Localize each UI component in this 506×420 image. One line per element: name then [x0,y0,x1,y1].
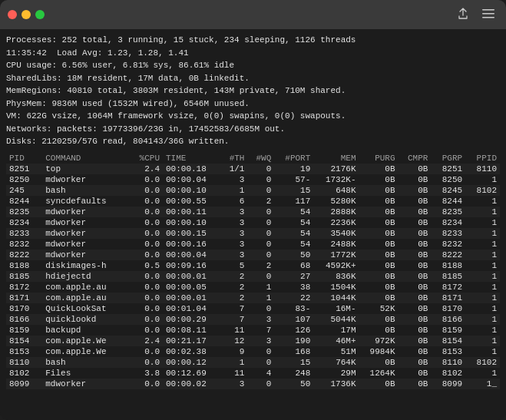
cell-port: 126 [274,325,313,336]
table-row[interactable]: 8171com.apple.au0.000:00.0121221044K0B0B… [6,293,500,303]
cell-cpu: 0.0 [128,346,163,357]
table-row[interactable]: 8251top2.400:00.181/10192176K0B0B8251811… [6,164,500,174]
cell-ppid: 1 [465,174,500,185]
header-row: PID COMMAND %CPU TIME #TH #WQ #PORT MEM … [6,153,500,164]
cell-time: 00:00.18 [163,164,221,174]
col-header-pid: PID [6,153,42,164]
cell-pid: 8185 [6,271,42,282]
cell-purg: 0B [359,217,399,228]
cell-command: com.apple.au [42,282,128,293]
cell-cmpr: 0B [399,293,432,303]
cell-pgrp: 8232 [431,239,465,250]
table-row[interactable]: 8188diskimages-h0.500:09.1652684592K+0B0… [6,260,500,271]
cell-ppid: 1 [465,303,500,314]
cell-command: quicklookd [42,314,128,325]
table-row[interactable]: 8110bash0.000:00.121015764K0B0B81108102 [6,357,500,368]
cell-time: 00:08.11 [163,325,221,336]
cell-wq: 0 [247,271,274,282]
cell-cpu: 0.0 [128,228,163,239]
table-row[interactable]: 8154com.apple.We2.400:21.1712319046M+972… [6,336,500,346]
table-row[interactable]: 8159backupd0.000:08.1111712617M0B0B81591 [6,325,500,336]
cell-pid: 8170 [6,303,42,314]
cell-purg: 0B [359,357,399,368]
cell-th: 1/1 [221,164,248,174]
cell-command: com.apple.We [42,346,128,357]
table-row[interactable]: 8232mdworker0.000:00.1630542488K0B0B8232… [6,239,500,250]
cell-th: 7 [221,303,248,314]
maximize-button[interactable] [35,10,45,19]
cell-pgrp: 8235 [431,207,465,217]
table-row[interactable]: 8222mdworker0.000:00.0430501772K0B0B8222… [6,250,500,260]
cell-cmpr: 0B [399,271,432,282]
cell-wq: 4 [247,368,274,379]
cell-cpu: 0.0 [128,207,163,217]
cell-purg: 0B [359,207,399,217]
cell-port: 15 [274,357,313,368]
cell-wq: 0 [247,239,274,250]
content-area: Processes: 252 total, 3 running, 15 stuc… [0,29,506,420]
table-row[interactable]: 8234mdworker0.000:00.1030542236K0B0B8234… [6,217,500,228]
cell-th: 5 [221,260,248,271]
cell-cmpr: 0B [399,207,432,217]
cell-mem: 17M [313,325,359,336]
table-row[interactable]: 8185hdiejectd0.000:00.012027836K0B0B8185… [6,271,500,282]
cell-time: 00:00.10 [163,185,221,196]
table-row[interactable]: 8235mdworker0.000:00.1130542888K0B0B8235… [6,207,500,217]
cell-mem: 2488K [313,239,359,250]
cell-pgrp: 8188 [431,260,465,271]
cell-wq: 0 [247,250,274,260]
cell-pid: 245 [6,185,42,196]
cell-wq: 1 [247,282,274,293]
cell-wq: 0 [247,207,274,217]
col-header-time: TIME [163,153,221,164]
table-row[interactable]: 8170QuickLookSat0.000:01.047083-16M-52K0… [6,303,500,314]
cell-time: 00:12.69 [163,368,221,379]
cell-pid: 8233 [6,228,42,239]
table-row[interactable]: 8244syncdefaults0.000:00.55621175280K0B0… [6,196,500,207]
cell-time: 00:01.04 [163,303,221,314]
share-button[interactable] [454,6,472,24]
cell-purg: 52K [359,303,399,314]
cell-command: mdworker [42,379,128,389]
cell-pgrp: 8102 [431,368,465,379]
cell-wq: 0 [247,174,274,185]
col-header-th: #TH [221,153,248,164]
cell-ppid: 1 [465,207,500,217]
cell-mem: 29M [313,368,359,379]
minimize-button[interactable] [21,10,31,19]
menu-button[interactable] [478,7,498,22]
table-row[interactable]: 8099mdworker0.000:00.0230501736K0B0B8099… [6,379,500,389]
cell-purg: 972K [359,336,399,346]
cell-wq: 0 [247,379,274,389]
table-row[interactable]: 8172com.apple.au0.000:00.0521381504K0B0B… [6,282,500,293]
table-row[interactable]: 8250mdworker0.000:00.043057-1732K-0B0B82… [6,174,500,185]
col-header-ppid: PPID [465,153,500,164]
table-body: 8251top2.400:00.181/10192176K0B0B8251811… [6,164,500,389]
table-row[interactable]: 8166quicklookd0.000:00.29731075044K0B0B8… [6,314,500,325]
cell-time: 00:00.01 [163,293,221,303]
cell-pgrp: 8170 [431,303,465,314]
cell-command: hdiejectd [42,271,128,282]
cell-th: 3 [221,228,248,239]
table-row[interactable]: 8102Files3.800:12.6911424829M1264K0B8102… [6,368,500,379]
cell-mem: 5044K [313,314,359,325]
cell-cpu: 0.0 [128,303,163,314]
cell-purg: 0B [359,260,399,271]
cell-cmpr: 0B [399,174,432,185]
table-row[interactable]: 8153com.apple.We0.000:02.389016851M9984K… [6,346,500,357]
table-row[interactable]: 245bash0.000:00.101015648K0B0B82458102 [6,185,500,196]
cell-command: com.apple.We [42,336,128,346]
close-button[interactable] [8,10,17,19]
cell-th: 3 [221,217,248,228]
cell-cmpr: 0B [399,250,432,260]
cell-pid: 8171 [6,293,42,303]
col-header-port: #PORT [274,153,313,164]
cell-command: mdworker [42,239,128,250]
cell-port: 107 [274,314,313,325]
cell-th: 2 [221,271,248,282]
cell-port: 50 [274,379,313,389]
col-header-pgrp: PGRP [431,153,465,164]
cell-purg: 0B [359,164,399,174]
cell-cmpr: 0B [399,314,432,325]
table-row[interactable]: 8233mdworker0.000:00.1530543540K0B0B8233… [6,228,500,239]
